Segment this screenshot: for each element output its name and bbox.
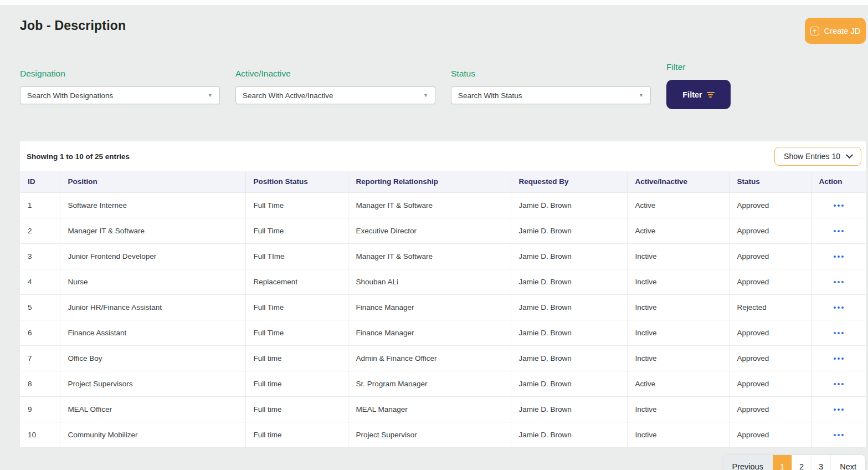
- position-cell: Junior Frontend Developer: [60, 243, 245, 269]
- active-inactive-cell: Inctive: [627, 422, 729, 447]
- id-cell: 5: [20, 294, 60, 320]
- requested-by-cell: Jamie D. Brown: [511, 371, 627, 396]
- pagination-next[interactable]: Next: [830, 455, 865, 470]
- position-status-cell: Full Time: [245, 192, 348, 218]
- column-header-position: Position: [60, 171, 245, 192]
- ellipsis-icon: [834, 357, 844, 360]
- column-header-action: Action: [811, 171, 866, 192]
- position-cell: Project Supervisors: [60, 371, 245, 396]
- caret-down-icon: ▼: [639, 93, 644, 98]
- active-inactive-cell: Inctive: [627, 320, 729, 345]
- show-entries-dropdown[interactable]: Show Entries 10: [774, 147, 861, 166]
- active-inactive-cell: Inctive: [627, 243, 729, 269]
- top-strip: [0, 0, 868, 5]
- active-inactive-filter-group: Active/Inactive Search With Active/Inact…: [235, 69, 435, 104]
- pagination-page-2[interactable]: 2: [792, 455, 811, 470]
- reporting-relationship-cell: Finance Manager: [348, 294, 511, 320]
- row-actions-button[interactable]: [811, 243, 866, 269]
- designation-select[interactable]: Search With Designations ▼: [20, 86, 220, 104]
- plus-square-icon: +: [810, 27, 819, 35]
- caret-down-icon: ▼: [208, 93, 213, 98]
- table-row: 6Finance AssistantFull TimeFinance Manag…: [20, 320, 866, 345]
- status-cell: Approved: [729, 396, 811, 422]
- active-inactive-cell: Inctive: [627, 269, 729, 294]
- designation-label: Designation: [20, 69, 220, 79]
- row-actions-button[interactable]: [811, 294, 866, 320]
- reporting-relationship-cell: Project Supervisor: [348, 422, 511, 447]
- filter-label: Filter: [666, 62, 731, 72]
- ellipsis-icon: [834, 408, 844, 411]
- position-status-cell: Full time: [245, 422, 348, 447]
- active-inactive-cell: Inctive: [627, 396, 729, 422]
- active-inactive-select[interactable]: Search With Active/Inactive ▼: [235, 86, 435, 104]
- reporting-relationship-cell: Manager IT & Software: [348, 192, 511, 218]
- reporting-relationship-cell: MEAL Manager: [348, 396, 511, 422]
- funnel-filter-icon: [707, 92, 715, 98]
- ellipsis-icon: [834, 281, 844, 283]
- row-actions-button[interactable]: [811, 422, 866, 447]
- ellipsis-icon: [834, 383, 844, 385]
- position-status-cell: Full Time: [245, 320, 348, 345]
- active-inactive-select-value: Search With Active/Inactive: [243, 91, 333, 100]
- row-actions-button[interactable]: [811, 345, 866, 371]
- row-actions-button[interactable]: [811, 320, 866, 345]
- filter-button-label: Filter: [682, 90, 702, 99]
- active-inactive-label: Active/Inactive: [235, 69, 435, 79]
- table-panel: Showing 1 to 10 of 25 entries Show Entri…: [20, 141, 866, 447]
- ellipsis-icon: [834, 230, 844, 232]
- status-select[interactable]: Search With Status ▼: [451, 86, 651, 104]
- pagination-page-1[interactable]: 1: [772, 455, 792, 470]
- ellipsis-icon: [834, 205, 844, 207]
- table-row: 2Manager IT & SoftwareFull TimeExecutive…: [20, 218, 866, 243]
- pagination: Previous 123 Next: [723, 455, 865, 470]
- table-row: 3Junior Frontend DeveloperFull TImeManag…: [20, 243, 866, 269]
- id-cell: 9: [20, 396, 60, 422]
- ellipsis-icon: [834, 332, 844, 334]
- active-inactive-cell: Inctive: [627, 294, 729, 320]
- id-cell: 6: [20, 320, 60, 345]
- id-cell: 3: [20, 243, 60, 269]
- create-jd-button[interactable]: + Create JD: [805, 18, 866, 44]
- status-select-value: Search With Status: [458, 91, 522, 100]
- table-header-row: IDPositionPosition StatusReporting Relat…: [20, 171, 866, 192]
- row-actions-button[interactable]: [811, 396, 866, 422]
- position-cell: Community Mobilizer: [60, 422, 245, 447]
- pagination-page-3[interactable]: 3: [811, 455, 830, 470]
- table-row: 5Junior HR/Finance AssistantFull TimeFin…: [20, 294, 866, 320]
- id-cell: 2: [20, 218, 60, 243]
- position-cell: MEAL Officer: [60, 396, 245, 422]
- position-status-cell: Full Time: [245, 218, 348, 243]
- table-row: 7Office BoyFull timeAdmin & Finance Offi…: [20, 345, 866, 371]
- show-entries-label: Show Entries 10: [784, 152, 840, 161]
- requested-by-cell: Jamie D. Brown: [511, 269, 627, 294]
- row-actions-button[interactable]: [811, 192, 866, 218]
- position-status-cell: Full time: [245, 371, 348, 396]
- filter-button[interactable]: Filter: [666, 80, 731, 109]
- column-header-requested-by: Requested By: [511, 171, 627, 192]
- ellipsis-icon: [834, 306, 844, 309]
- requested-by-cell: Jamie D. Brown: [511, 243, 627, 269]
- id-cell: 10: [20, 422, 60, 447]
- requested-by-cell: Jamie D. Brown: [511, 192, 627, 218]
- table-row: 4NurseReplacementShouban ALiJamie D. Bro…: [20, 269, 866, 294]
- position-cell: Junior HR/Finance Assistant: [60, 294, 245, 320]
- position-cell: Nurse: [60, 269, 245, 294]
- status-cell: Approved: [729, 192, 811, 218]
- status-label: Status: [451, 69, 651, 79]
- column-header-position-status: Position Status: [245, 171, 348, 192]
- position-status-cell: Replacement: [245, 269, 348, 294]
- column-header-status: Status: [729, 171, 811, 192]
- position-status-cell: Full time: [245, 345, 348, 371]
- id-cell: 1: [20, 192, 60, 218]
- caret-down-icon: ▼: [423, 93, 428, 98]
- active-inactive-cell: Active: [627, 192, 729, 218]
- requested-by-cell: Jamie D. Brown: [511, 218, 627, 243]
- pagination-previous[interactable]: Previous: [723, 455, 772, 470]
- row-actions-button[interactable]: [811, 269, 866, 294]
- column-header-active-inactive: Active/Inactive: [627, 171, 729, 192]
- row-actions-button[interactable]: [811, 371, 866, 396]
- status-cell: Approved: [729, 243, 811, 269]
- row-actions-button[interactable]: [811, 218, 866, 243]
- id-cell: 4: [20, 269, 60, 294]
- job-description-table: IDPositionPosition StatusReporting Relat…: [20, 171, 866, 448]
